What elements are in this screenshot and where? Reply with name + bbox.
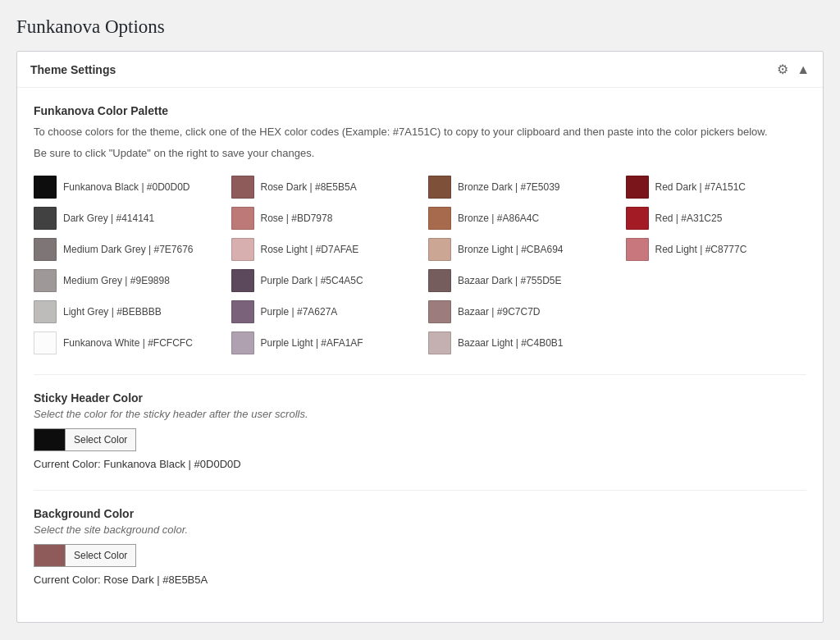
color-item[interactable]: Bronze Light | #CBA694 (428, 238, 609, 261)
color-item[interactable]: Medium Grey | #9E9898 (34, 269, 215, 292)
color-label-22: Bazaar Light | #C4B0B1 (458, 337, 564, 349)
color-item[interactable]: Red Dark | #7A151C (626, 176, 807, 199)
color-item[interactable]: Medium Dark Grey | #7E7676 (34, 238, 215, 261)
color-swatch-9 (231, 238, 254, 261)
color-swatch-7 (626, 207, 649, 230)
color-item[interactable]: Bazaar Light | #C4B0B1 (428, 331, 609, 354)
color-swatch-10 (428, 238, 451, 261)
color-item[interactable]: Red Light | #C8777C (626, 238, 807, 261)
panel-header-title: Theme Settings (30, 63, 116, 76)
panel-header: Theme Settings ⚙ ▲ (17, 52, 823, 88)
color-swatch-1 (231, 176, 254, 199)
sticky-header-desc: Select the color for the sticky header a… (34, 408, 806, 420)
color-item[interactable]: Purple Dark | #5C4A5C (231, 269, 413, 292)
color-label-11: Red Light | #C8777C (655, 244, 747, 255)
color-label-10: Bronze Light | #CBA694 (458, 244, 564, 255)
color-swatch-20 (34, 331, 57, 354)
color-label-1: Rose Dark | #8E5B5A (261, 181, 357, 193)
color-label-13: Purple Dark | #5C4A5C (261, 275, 363, 286)
palette-desc-1: To choose colors for the theme, click on… (34, 124, 806, 140)
color-label-20: Funkanova White | #FCFCFC (63, 337, 193, 349)
background-color-swatch (34, 544, 65, 567)
color-swatch-2 (428, 176, 451, 199)
color-label-16: Light Grey | #BEBBBB (63, 306, 162, 318)
color-item[interactable]: Bronze Dark | #7E5039 (428, 176, 609, 199)
background-color-select-button[interactable]: Select Color (65, 544, 136, 567)
color-swatch-11 (626, 238, 649, 261)
divider-1 (34, 374, 806, 375)
color-item[interactable]: Red | #A31C25 (626, 207, 807, 230)
color-palette-grid: Funkanova Black | #0D0D0D Rose Dark | #8… (34, 176, 806, 354)
color-swatch-5 (231, 207, 254, 230)
color-swatch-17 (231, 300, 254, 323)
panel-header-icons: ⚙ ▲ (777, 62, 810, 77)
settings-icon[interactable]: ⚙ (777, 62, 788, 77)
collapse-icon[interactable]: ▲ (797, 62, 810, 77)
color-item[interactable]: Rose Dark | #8E5B5A (231, 176, 413, 199)
color-item[interactable]: Purple | #7A627A (231, 300, 413, 323)
color-palette-section: Funkanova Color Palette To choose colors… (34, 104, 806, 354)
color-item[interactable]: Funkanova White | #FCFCFC (34, 331, 215, 354)
color-swatch-22 (428, 331, 451, 354)
sticky-header-picker-row: Select Color (34, 428, 806, 451)
color-label-4: Dark Grey | #414141 (63, 213, 154, 224)
background-color-picker-row: Select Color (34, 544, 806, 567)
color-label-6: Bronze | #A86A4C (458, 213, 539, 224)
palette-desc-2: Be sure to click "Update" on the right t… (34, 145, 806, 162)
divider-2 (34, 490, 806, 491)
sticky-header-section: Sticky Header Color Select the color for… (34, 391, 806, 470)
theme-settings-panel: Theme Settings ⚙ ▲ Funkanova Color Palet… (16, 51, 824, 623)
color-item[interactable]: Rose | #BD7978 (231, 207, 413, 230)
color-label-2: Bronze Dark | #7E5039 (458, 181, 560, 193)
color-swatch-8 (34, 238, 57, 261)
sticky-header-swatch (34, 428, 65, 451)
background-color-desc: Select the site background color. (34, 523, 806, 536)
color-item[interactable]: Dark Grey | #414141 (34, 207, 215, 230)
color-swatch-21 (231, 331, 254, 354)
panel-body: Funkanova Color Palette To choose colors… (17, 88, 823, 622)
color-label-18: Bazaar | #9C7C7D (458, 306, 541, 318)
color-swatch-13 (231, 269, 254, 292)
color-swatch-14 (428, 269, 451, 292)
color-item[interactable]: Bazaar | #9C7C7D (428, 300, 609, 323)
color-label-5: Rose | #BD7978 (261, 213, 333, 224)
page-title: Funkanova Options (16, 16, 824, 38)
color-item[interactable]: Bronze | #A86A4C (428, 207, 609, 230)
sticky-header-select-color-button[interactable]: Select Color (65, 428, 136, 451)
color-item[interactable]: Funkanova Black | #0D0D0D (34, 176, 215, 199)
background-color-current: Current Color: Rose Dark | #8E5B5A (34, 574, 806, 586)
color-label-0: Funkanova Black | #0D0D0D (63, 181, 190, 193)
palette-title: Funkanova Color Palette (34, 104, 806, 117)
color-swatch-4 (34, 207, 57, 230)
sticky-header-title: Sticky Header Color (34, 391, 806, 405)
color-swatch-18 (428, 300, 451, 323)
sticky-header-current-color: Current Color: Funkanova Black | #0D0D0D (34, 458, 806, 470)
color-swatch-0 (34, 176, 57, 199)
color-item[interactable]: Bazaar Dark | #755D5E (428, 269, 609, 292)
color-label-21: Purple Light | #AFA1AF (261, 337, 363, 349)
color-item[interactable]: Purple Light | #AFA1AF (231, 331, 413, 354)
color-label-17: Purple | #7A627A (261, 306, 338, 318)
color-label-3: Red Dark | #7A151C (655, 181, 746, 193)
color-swatch-3 (626, 176, 649, 199)
color-label-14: Bazaar Dark | #755D5E (458, 275, 562, 286)
color-label-8: Medium Dark Grey | #7E7676 (63, 244, 194, 255)
color-label-9: Rose Light | #D7AFAE (261, 244, 359, 255)
color-swatch-16 (34, 300, 57, 323)
color-label-12: Medium Grey | #9E9898 (63, 275, 170, 286)
background-color-title: Background Color (34, 507, 806, 520)
color-item[interactable]: Rose Light | #D7AFAE (231, 238, 413, 261)
color-item[interactable]: Light Grey | #BEBBBB (34, 300, 215, 323)
color-label-7: Red | #A31C25 (655, 213, 723, 224)
color-swatch-6 (428, 207, 451, 230)
background-color-section: Background Color Select the site backgro… (34, 507, 806, 586)
color-swatch-12 (34, 269, 57, 292)
